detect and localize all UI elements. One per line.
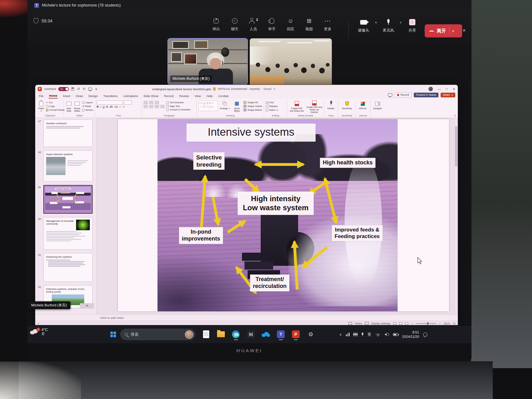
- redo-icon[interactable]: ↻: [83, 87, 85, 91]
- sensitivity-badge[interactable]: OFFICIAL (Unrestricted - Anyone): [218, 87, 260, 90]
- camera-button[interactable]: 摄像头: [354, 19, 373, 33]
- shape-gallery[interactable]: □○△▽◇☆ →◇○□△⌂: [198, 100, 218, 111]
- taskbar-settings[interactable]: ⚙: [306, 329, 316, 339]
- zoom-slider[interactable]: [416, 323, 436, 324]
- select-button[interactable]: Select ∨: [266, 109, 278, 111]
- mic-chevron-icon[interactable]: ∨: [399, 21, 402, 24]
- indent-button[interactable]: [155, 101, 159, 104]
- font-name-input[interactable]: [97, 100, 123, 105]
- video-tile-classroom[interactable]: [249, 38, 332, 86]
- battery-icon[interactable]: [393, 333, 398, 336]
- replace-button[interactable]: Replace: [266, 105, 278, 108]
- dictate-button[interactable]: Dictate: [326, 100, 336, 114]
- notification-bell-icon[interactable]: [423, 333, 427, 336]
- react-button[interactable]: ☺ 回应: [282, 17, 299, 32]
- italic-button[interactable]: I: [100, 105, 101, 108]
- reset-button[interactable]: ↺Reset: [82, 105, 93, 108]
- camera-chevron-icon[interactable]: ∨: [375, 21, 377, 24]
- tab-design[interactable]: Design: [88, 94, 98, 98]
- reuse-slides-button[interactable]: ReuseSlides: [74, 100, 80, 114]
- shape-fill-button[interactable]: Shape Fill: [244, 101, 262, 104]
- tab-view[interactable]: View: [194, 94, 201, 98]
- tab-acrobat[interactable]: Acrobat: [218, 94, 229, 98]
- font-size-input[interactable]: [124, 100, 132, 105]
- label-selective-breeding[interactable]: Selectivebreeding: [193, 152, 225, 170]
- tray-mixer-icon[interactable]: [354, 333, 357, 336]
- notes-toggle[interactable]: Notes: [355, 322, 362, 325]
- thumbnail-slide-51[interactable]: 51 Enhancing floc systems: [43, 253, 93, 282]
- taskbar-file-explorer[interactable]: [216, 329, 226, 339]
- video-tile-presenter[interactable]: Michele Burford (来宾): [167, 38, 248, 85]
- tab-file[interactable]: File: [38, 94, 44, 98]
- tab-record[interactable]: Record: [164, 94, 174, 98]
- slide-editor-area[interactable]: Intensive systems Selectivebreeding High…: [97, 118, 454, 314]
- fit-slide-button[interactable]: ⊡: [453, 322, 455, 325]
- tab-insert[interactable]: Insert: [63, 94, 71, 98]
- align-center-button[interactable]: [149, 105, 153, 108]
- text-direction-button[interactable]: Text Direction: [166, 101, 190, 104]
- shape-effects-button[interactable]: Shape Effects: [244, 109, 262, 111]
- tab-home[interactable]: Home: [49, 93, 57, 99]
- bullets-button[interactable]: [143, 101, 148, 104]
- slide-sorter-button[interactable]: [399, 322, 402, 325]
- zoom-out-button[interactable]: —: [411, 322, 414, 325]
- tab-review[interactable]: Review: [179, 94, 189, 98]
- weather-widget[interactable]: 1 4°C 雾: [30, 328, 48, 336]
- create-pdf-outlook-button[interactable]: Create PDF andShare via Outlook: [306, 100, 322, 114]
- taskbar-clock[interactable]: 8:51 2024/11/20: [402, 330, 419, 339]
- notes-pane[interactable]: Click to add notes: [35, 314, 458, 321]
- taskbar-powerpoint[interactable]: P: [291, 329, 301, 339]
- ppt-close-button[interactable]: ✕: [453, 87, 455, 91]
- sensitivity-button[interactable]: Sensitivity: [340, 100, 354, 114]
- scrollbar-thumb[interactable]: [455, 126, 457, 167]
- align-left-button[interactable]: [143, 105, 148, 108]
- tab-slideshow[interactable]: Slide Show: [143, 94, 159, 98]
- wifi-icon[interactable]: [375, 333, 380, 336]
- tab-animations[interactable]: Animations: [123, 94, 138, 98]
- shape-outline-button[interactable]: Shape Outline: [244, 105, 262, 108]
- new-slide-button[interactable]: NewSlide: [65, 100, 72, 114]
- display-settings-icon[interactable]: [365, 322, 369, 325]
- taskbar-teams[interactable]: T: [276, 329, 286, 339]
- tray-app-icon[interactable]: [346, 333, 350, 336]
- thumbnail-slide-47[interactable]: 47 Aeration continued: [43, 119, 93, 147]
- label-high-health-stocks[interactable]: High health stocks: [320, 158, 375, 168]
- tab-draw[interactable]: Draw: [75, 94, 83, 98]
- share-button[interactable]: ↑ 共享: [404, 19, 421, 33]
- tab-transitions[interactable]: Transitions: [103, 94, 118, 98]
- section-button[interactable]: Section: [82, 109, 93, 111]
- taskbar-app-m[interactable]: [246, 329, 256, 339]
- tray-expand-icon[interactable]: ∧: [339, 333, 342, 337]
- convert-smartart-button[interactable]: Convert to SmartArt: [166, 108, 190, 111]
- raise-hand-button[interactable]: 举手: [264, 17, 280, 32]
- record-button[interactable]: Record: [394, 93, 411, 97]
- align-right-button[interactable]: [155, 105, 159, 108]
- presenter-overlay-name[interactable]: Michele Burford (来宾): [27, 301, 70, 309]
- notes-toggle-icon[interactable]: [348, 322, 352, 325]
- label-high-intensity-low-waste[interactable]: High intensityLow waste system: [238, 192, 314, 215]
- qat-customize-icon[interactable]: ∨: [95, 87, 97, 91]
- more-button[interactable]: ⋯ 更多: [319, 17, 336, 32]
- tab-help[interactable]: Help: [206, 94, 213, 98]
- bold-button[interactable]: B: [97, 105, 99, 108]
- copy-button[interactable]: Copy: [46, 105, 65, 108]
- highlight-button[interactable]: A: [119, 105, 121, 108]
- taskbar-snipping-app[interactable]: [201, 329, 211, 339]
- autosave-toggle[interactable]: On: [58, 87, 69, 91]
- zoom-percent[interactable]: 151%: [443, 322, 450, 325]
- slideshow-view-button[interactable]: [405, 322, 408, 325]
- slide-title[interactable]: Intensive systems: [186, 124, 316, 142]
- saved-chevron-icon[interactable]: ∨: [273, 87, 275, 90]
- teams-close-button[interactable]: ✕: [462, 28, 466, 33]
- format-painter-button[interactable]: Format Painter: [46, 109, 65, 111]
- comments-icon[interactable]: [388, 93, 392, 97]
- collapse-ribbon-icon[interactable]: ∧: [454, 114, 456, 117]
- thumbnail-slide-48[interactable]: 48 Super-intensive systems: [43, 150, 93, 182]
- zoom-slider-knob[interactable]: [427, 322, 428, 325]
- numbering-button[interactable]: [149, 101, 153, 104]
- align-text-button[interactable]: Align Text: [166, 105, 190, 108]
- strikethrough-button[interactable]: S: [106, 105, 108, 108]
- ppt-minimize-button[interactable]: —: [438, 87, 441, 91]
- start-button[interactable]: [110, 332, 116, 337]
- search-avatar[interactable]: [185, 330, 193, 339]
